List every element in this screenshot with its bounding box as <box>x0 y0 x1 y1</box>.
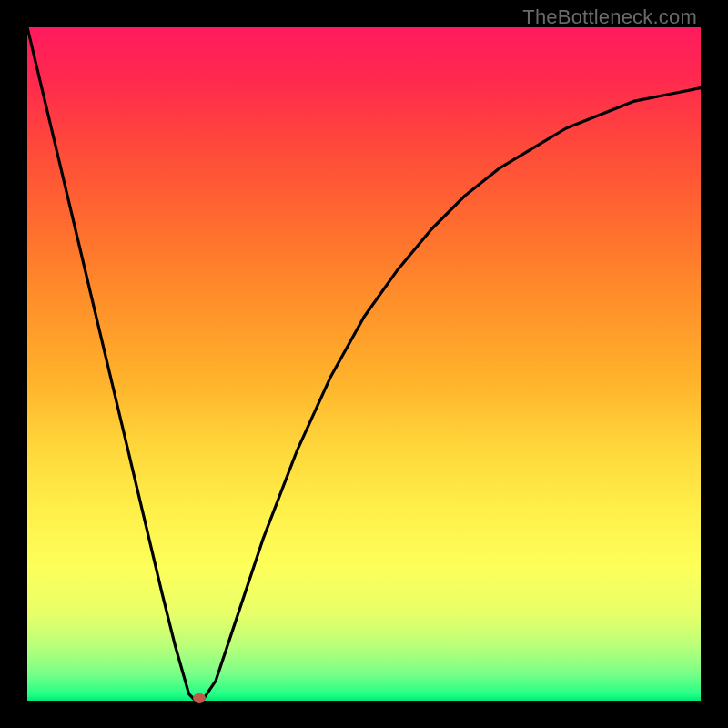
optimal-point-marker <box>193 693 206 703</box>
watermark-text: TheBottleneck.com <box>522 5 697 29</box>
bottleneck-curve-path <box>27 27 701 701</box>
chart-frame: TheBottleneck.com <box>0 0 728 728</box>
chart-curve-svg <box>27 27 701 701</box>
